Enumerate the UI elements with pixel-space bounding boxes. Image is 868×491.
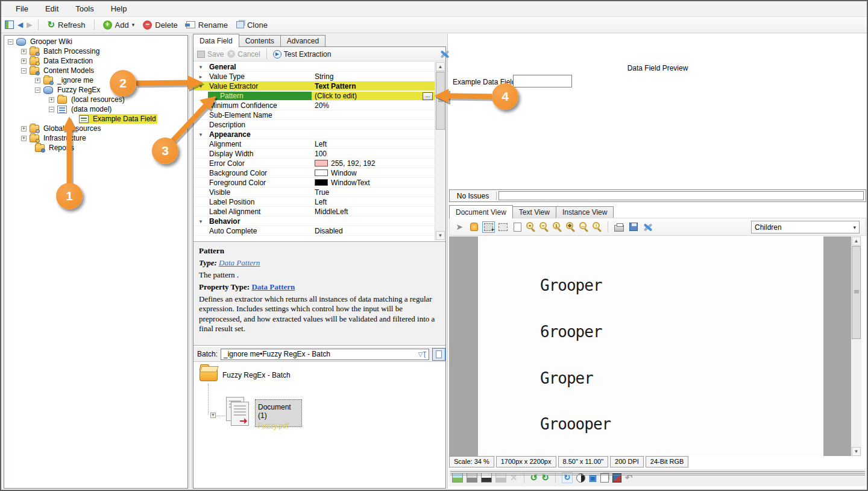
expand-icon[interactable]: + — [21, 136, 27, 141]
tree-item-batch-processing[interactable]: + Batch Processing — [21, 46, 101, 56]
zoom-selection-icon[interactable] — [497, 221, 509, 233]
collapse-icon[interactable]: − — [35, 87, 40, 93]
scrollbar-thumb[interactable] — [436, 72, 445, 130]
bw-image-icon[interactable] — [481, 473, 492, 483]
example-data-field-input[interactable] — [513, 75, 572, 87]
property-value[interactable]: String — [312, 72, 435, 81]
property-value[interactable]: (Click to edit) ... — [312, 92, 435, 100]
menu-help[interactable]: Help — [102, 2, 136, 16]
menu-edit[interactable]: Edit — [37, 2, 67, 16]
pan-hand-icon[interactable] — [468, 221, 480, 233]
collapse-triangle-icon[interactable]: ▾ — [193, 83, 208, 89]
property-grid-scrollbar[interactable]: ▲ ▼ — [435, 62, 445, 240]
tree-item-reports[interactable]: Reports — [35, 143, 75, 153]
tree-item-content-models[interactable]: − Content Models — [21, 66, 95, 75]
property-value[interactable]: WindowText — [312, 179, 435, 187]
property-sub-element-name[interactable]: Sub-Element Name — [193, 110, 435, 120]
property-value[interactable]: Disabled — [312, 227, 435, 235]
tab-document-view[interactable]: Document View — [449, 205, 513, 218]
copy-pages-icon[interactable] — [600, 474, 609, 483]
contrast-icon[interactable] — [576, 474, 585, 483]
category-appearance[interactable]: ▾ Appearance — [193, 130, 435, 139]
property-visible[interactable]: Visible True — [193, 188, 435, 197]
tab-instance-view[interactable]: Instance View — [556, 206, 614, 218]
property-value[interactable]: Left — [312, 198, 435, 206]
tab-contents[interactable]: Contents — [239, 35, 281, 47]
property-value[interactable]: 100 — [312, 150, 435, 158]
rotate-cw-icon[interactable]: ↻ — [541, 472, 549, 483]
scroll-down-icon[interactable]: ▼ — [852, 447, 861, 456]
expand-icon[interactable]: + — [21, 126, 27, 131]
property-value[interactable]: True — [312, 188, 435, 197]
property-value-type[interactable]: ▸ Value Type String — [193, 72, 435, 81]
tree-item-grooper-wiki[interactable]: − Grooper Wiki — [8, 37, 74, 46]
tree-item-ignore-me[interactable]: + _ignore me — [35, 75, 95, 85]
expand-icon[interactable]: + — [210, 413, 216, 418]
help-type-link[interactable]: Data Pattern — [219, 258, 260, 267]
scroll-up-icon[interactable]: ▲ — [852, 236, 861, 246]
collapse-triangle-icon[interactable]: ▾ — [193, 131, 208, 138]
document-stack-icon[interactable] — [226, 397, 253, 428]
property-error-color[interactable]: Error Color 255, 192, 192 — [193, 159, 435, 168]
rotate-ccw-icon[interactable]: ↺ — [530, 472, 538, 483]
select-cursor-icon[interactable]: ➤ — [453, 221, 465, 233]
batch-document-item[interactable]: Document (1) Fuzzy.pdf — [255, 399, 302, 427]
zoom-actual-size-icon[interactable]: 1 — [552, 221, 563, 232]
property-value[interactable]: 255, 192, 192 — [312, 159, 435, 168]
collapse-icon[interactable]: − — [8, 39, 13, 45]
zoom-in-icon[interactable]: + — [526, 221, 536, 232]
property-value[interactable]: Text Pattern — [312, 82, 435, 90]
collapse-triangle-icon[interactable]: ▾ — [193, 64, 208, 70]
zoom-fit-width-icon[interactable]: ↔ — [579, 221, 590, 232]
viewer-scrollbar[interactable]: ▲ ▼ — [851, 236, 861, 456]
grayscale-image-icon[interactable] — [467, 473, 477, 483]
toggle-panel-icon[interactable] — [5, 21, 14, 29]
tree-item-fuzzy-regex[interactable]: − Fuzzy RegEx — [35, 85, 101, 95]
help-property-type-link[interactable]: Data Pattern — [251, 282, 295, 291]
page-preview-icon[interactable] — [511, 221, 523, 233]
property-value[interactable]: 20% — [312, 101, 435, 110]
property-minimum-confidence[interactable]: Minimum Confidence 20% — [193, 101, 435, 110]
property-display-width[interactable]: Display Width 100 — [193, 149, 435, 159]
tree-item-data-model[interactable]: − (data model) — [49, 104, 113, 114]
batch-folder-icon[interactable] — [200, 367, 218, 381]
back-icon[interactable]: ◀ — [17, 21, 23, 29]
property-value[interactable]: Window — [312, 169, 435, 177]
menu-file[interactable]: File — [7, 2, 37, 16]
tree-item-data-extraction[interactable]: + Data Extraction — [21, 56, 94, 66]
deskew-icon[interactable] — [612, 474, 621, 483]
menu-tools[interactable]: Tools — [67, 2, 102, 16]
refresh-image-icon[interactable]: ↻ — [562, 472, 573, 483]
property-pattern[interactable]: Pattern (Click to edit) ... — [193, 91, 435, 101]
collapse-triangle-icon[interactable]: ▾ — [193, 218, 208, 224]
property-label-alignment[interactable]: Label Alignment MiddleLeft — [193, 207, 435, 217]
collapse-icon[interactable]: − — [21, 68, 27, 74]
forward-icon[interactable]: ▶ — [27, 21, 32, 29]
property-foreground-color[interactable]: Foreground Color WindowText — [193, 178, 435, 188]
viewer-settings-icon[interactable] — [642, 221, 654, 233]
clone-button[interactable]: Clone — [234, 19, 270, 31]
tab-text-view[interactable]: Text View — [512, 206, 556, 218]
refresh-button[interactable]: ↻ Refresh — [45, 18, 87, 31]
scroll-up-icon[interactable]: ▲ — [436, 62, 445, 71]
add-button[interactable]: + Add ▾ — [101, 19, 137, 31]
tab-data-field[interactable]: Data Field — [193, 34, 239, 47]
tree-item-example-data-field[interactable]: Example Data Field — [79, 114, 157, 124]
collapse-icon[interactable]: − — [49, 107, 54, 112]
property-description[interactable]: Description — [193, 120, 435, 130]
click-to-edit-text[interactable]: (Click to edit) — [315, 92, 357, 100]
save-image-icon[interactable] — [627, 221, 640, 233]
save-button[interactable]: Save — [197, 50, 224, 59]
issues-input[interactable] — [498, 191, 864, 200]
zoom-fit-height-icon[interactable]: ↕ — [592, 221, 603, 232]
tree-item-infrastructure[interactable]: + Infrastructure — [21, 133, 87, 143]
batch-folder-label[interactable]: Fuzzy RegEx - Batch — [222, 371, 291, 379]
property-value[interactable]: MiddleLeft — [312, 207, 435, 216]
children-combo[interactable]: Children ▾ — [751, 221, 860, 233]
filter-icon[interactable]: ▽Ʈ — [418, 351, 427, 358]
property-alignment[interactable]: Alignment Left — [193, 139, 435, 149]
expand-icon[interactable]: + — [21, 59, 27, 64]
property-background-color[interactable]: Background Color Window — [193, 168, 435, 178]
scroll-down-icon[interactable]: ▼ — [436, 231, 445, 240]
property-value[interactable]: Left — [312, 140, 435, 148]
